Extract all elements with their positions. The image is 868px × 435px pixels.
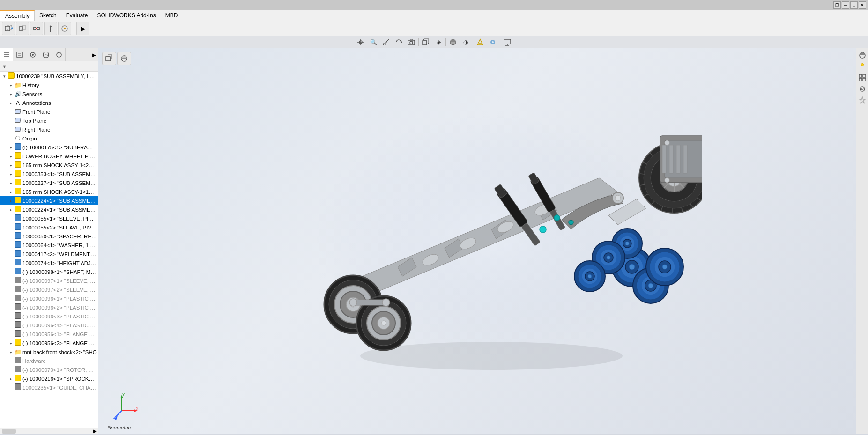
- mate-btn[interactable]: [30, 22, 43, 35]
- tree-item-3[interactable]: ▸ 10000353<1> "SUB ASSEMBLY, LH: [0, 170, 98, 178]
- expand-6[interactable]: ▸: [7, 199, 14, 203]
- rp-lights-btn[interactable]: [857, 95, 868, 105]
- minimize-button[interactable]: ─: [842, 1, 849, 9]
- expand-8[interactable]: [7, 216, 14, 221]
- expand-22[interactable]: ▸: [7, 341, 14, 346]
- section-view-toggle-btn[interactable]: [117, 52, 131, 65]
- tree-item-2[interactable]: ▸ 165 mm SHOCK ASSY-1<2> "165: [0, 161, 98, 170]
- expand-13[interactable]: [7, 261, 14, 265]
- tree-item-front-plane[interactable]: Front Plane: [0, 107, 98, 116]
- tree-item-11[interactable]: 10000064<1> "WASHER, 1 x 54 x 6: [0, 241, 98, 250]
- expand-23[interactable]: [7, 359, 14, 363]
- expand-14[interactable]: [7, 270, 14, 274]
- tree-item-sensors[interactable]: ▸ 🔊 Sensors: [0, 89, 98, 98]
- tree-item-16[interactable]: (-) 10000097<2> "SLEEVE, SHOCK: [0, 285, 98, 294]
- photo-view-btn[interactable]: [487, 37, 498, 47]
- expand-15[interactable]: [7, 279, 14, 283]
- fm-tab-config-manager[interactable]: [26, 48, 39, 61]
- tree-item-14[interactable]: (-) 10000098<1> "SHAFT, MAIN P: [0, 267, 98, 276]
- expand-9[interactable]: [7, 225, 14, 230]
- tree-item-23[interactable]: Hardware: [0, 356, 98, 365]
- hscroll-thumb[interactable]: [2, 429, 16, 434]
- menu-assembly[interactable]: Assembly: [0, 10, 35, 21]
- expand-17[interactable]: [7, 296, 14, 301]
- more-btn[interactable]: ▶: [76, 22, 89, 35]
- menu-solidworks-addins[interactable]: SOLIDWORKS Add-Ins: [92, 10, 160, 21]
- move-component-btn[interactable]: [44, 22, 57, 35]
- fm-tab-dxf[interactable]: DX: [39, 48, 52, 61]
- tree-item-26[interactable]: 10000235<1> "GUIDE, CHAIN": [0, 383, 98, 392]
- expand-2[interactable]: ▸: [7, 163, 14, 168]
- viewport[interactable]: Y X Z *Isometric: [98, 48, 856, 434]
- expand-26[interactable]: [7, 385, 14, 390]
- insert-component-btn[interactable]: [2, 22, 15, 35]
- tree-item-15[interactable]: (-) 10000097<1> "SLEEVE, SHOCK: [0, 276, 98, 285]
- expand-5[interactable]: ▸: [7, 190, 14, 194]
- tree-item-22[interactable]: ▸ (-) 10000956<2> "FLANGE BUSHIN: [0, 339, 98, 347]
- tree-item-top-plane[interactable]: Top Plane: [0, 116, 98, 125]
- display-style-btn[interactable]: [447, 37, 459, 47]
- expand-19[interactable]: [7, 314, 14, 319]
- tree-item-17[interactable]: (-) 10000096<1> "PLASTIC SPACE: [0, 294, 98, 303]
- tree-sensors-expand[interactable]: ▸: [7, 92, 14, 96]
- tree-item-10[interactable]: 10000050<1> "SPACER, REAR SWI: [0, 232, 98, 241]
- tree-item-12[interactable]: 10000417<2> "WELDMENT, BRAK: [0, 250, 98, 258]
- expand-hardware[interactable]: ▸: [7, 350, 14, 354]
- rp-display-states-btn[interactable]: [857, 73, 868, 83]
- tree-item-right-plane[interactable]: Right Plane: [0, 125, 98, 134]
- rp-appearance-btn[interactable]: [857, 50, 868, 60]
- menu-evaluate[interactable]: Evaluate: [61, 10, 93, 21]
- expand-12[interactable]: [7, 252, 14, 257]
- view-cube-btn[interactable]: [420, 37, 431, 47]
- rp-scene-btn[interactable]: [857, 61, 868, 72]
- render-btn[interactable]: [475, 37, 486, 47]
- menu-mbd[interactable]: MBD: [161, 10, 183, 21]
- maximize-button[interactable]: □: [850, 1, 858, 9]
- restore-button[interactable]: ❐: [833, 1, 841, 9]
- close-button[interactable]: ✕: [859, 1, 866, 9]
- measure-btn[interactable]: [380, 37, 392, 47]
- rotate-view-btn[interactable]: [393, 37, 404, 47]
- monitor-btn[interactable]: [502, 37, 513, 47]
- expand-11[interactable]: [7, 243, 14, 248]
- tree-item-7[interactable]: ▸ 10000224<1> "SUB ASSMEBLY, LO: [0, 205, 98, 214]
- fm-tab-more-arrow[interactable]: ▶: [90, 48, 98, 61]
- tree-item-hardware[interactable]: ▸ 📁 mnt-back front shock<2> "SHO: [0, 347, 98, 356]
- tree-item-18[interactable]: (-) 10000096<2> "PLASTIC SPACE: [0, 303, 98, 312]
- new-assembly-btn[interactable]: ⬡: [16, 22, 29, 35]
- tree-root-expand[interactable]: ▾: [1, 74, 7, 79]
- view-orient-btn[interactable]: ◈: [433, 37, 444, 47]
- tree-item-24[interactable]: (-) 10000070<1> "ROTOR, BRAKE": [0, 365, 98, 374]
- tree-item-13[interactable]: 10000074<1> "HEIGHT ADJUSTER: [0, 258, 98, 267]
- section-view-btn[interactable]: ◑: [460, 37, 471, 47]
- snap-icon-btn[interactable]: [355, 37, 366, 47]
- expand-7[interactable]: ▸: [7, 207, 14, 212]
- fm-tab-feature-manager[interactable]: [0, 48, 13, 61]
- expand-21[interactable]: [7, 332, 14, 337]
- menu-sketch[interactable]: Sketch: [35, 10, 61, 21]
- tree-item-20[interactable]: (-) 10000096<4> "PLASTIC SPACE: [0, 321, 98, 330]
- tree-hscroll[interactable]: ▶: [0, 428, 98, 434]
- expand-18[interactable]: [7, 305, 14, 310]
- tree-item-annotations[interactable]: ▸ A Annotations: [0, 98, 98, 107]
- title-bar-buttons[interactable]: ❐ ─ □ ✕: [833, 1, 866, 9]
- tree-history-expand[interactable]: ▸: [7, 83, 14, 88]
- tree-item-1[interactable]: ▸ LOWER BOGEY WHEEL PIVOT<1>: [0, 152, 98, 161]
- tree-item-4[interactable]: ▸ 10000227<1> "SUB ASSEMBLY, LH: [0, 178, 98, 187]
- perspective-view-btn[interactable]: [102, 52, 116, 65]
- rp-camera-btn[interactable]: [857, 84, 868, 94]
- tree-item-5[interactable]: ▸ 165 mm SHOCK ASSY-1<1> "165: [0, 187, 98, 196]
- tree-item-6-selected[interactable]: ▸ 10000224<2> "SUB ASSMEBLY, LO: [0, 196, 98, 205]
- tree-item-0[interactable]: ▸ (f) 10000175<1> "SUBFRAME, TRA: [0, 143, 98, 152]
- tree-item-origin[interactable]: Origin: [0, 134, 98, 143]
- expand-25[interactable]: ▸: [7, 376, 14, 381]
- expand-16[interactable]: [7, 288, 14, 292]
- tree-item-8[interactable]: 10000055<1> "SLEEVE, PIVOT SLE: [0, 214, 98, 223]
- search-btn[interactable]: 🔍: [368, 37, 379, 47]
- fm-tab-property-manager[interactable]: [13, 48, 26, 61]
- tree-item-25[interactable]: ▸ (-) 10000216<1> "SPROCKET, ANS: [0, 374, 98, 383]
- camera-btn[interactable]: [406, 37, 417, 47]
- expand-24[interactable]: [7, 368, 14, 372]
- expand-3[interactable]: ▸: [7, 172, 14, 177]
- feature-tree[interactable]: ▾ 10000239 "SUB ASSEMBLY, LH CHASSIS" ▸ …: [0, 72, 98, 428]
